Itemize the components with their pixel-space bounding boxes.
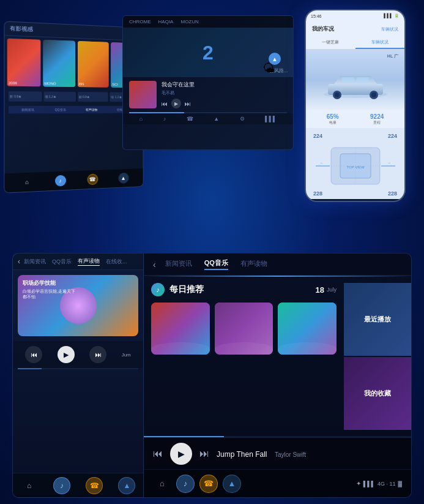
podcast-card[interactable]: 职场必学技能 白领必学语言技能,走遍天下都不怕	[18, 275, 138, 336]
battery-icon: ▓	[398, 481, 402, 487]
main-tab-news[interactable]: 新闻资讯	[165, 259, 192, 269]
nav-tab-haqia[interactable]: HAQIA	[158, 19, 174, 24]
phone-tabs: 一键芝麻 车辆状况	[306, 37, 404, 50]
music-controls: ⏮ ▶ ⏭	[162, 99, 287, 108]
left-screen-title: 有影视感	[10, 24, 33, 34]
bottom-tab-settings[interactable]: ⚙	[240, 116, 245, 122]
map-area: 2 ▲ 台风路... 🌤	[123, 28, 293, 77]
bottom-tab-phone[interactable]: ☎	[187, 116, 193, 122]
car-display: HL 广	[306, 50, 404, 111]
tab-jiema[interactable]: 一键芝麻	[306, 37, 355, 49]
play-btn[interactable]: ▶	[171, 99, 181, 108]
phone-bottom-distances: 224 224 TOP VIEW ← → 228 228	[306, 128, 404, 199]
main-tab-qqmusic[interactable]: QQ音乐	[204, 258, 228, 270]
map-number: 2	[203, 42, 214, 64]
bottom-left-panel: ‹ 新闻资讯 QQ音乐 有声读物 在线收... 职场必学技能 白领必学语言技能,…	[12, 253, 144, 498]
phone-screen: 15:46 ▌▌▌ 🔋 我的车况 车辆状况 一键芝麻 车辆状况 HL 广	[305, 9, 406, 202]
main-nav-btn[interactable]: ▲	[223, 475, 241, 493]
tab-qqmusic[interactable]: QQ音乐	[52, 258, 72, 266]
player-next-btn[interactable]: ⏭	[199, 448, 209, 459]
tab-radio[interactable]: 在线收...	[106, 258, 127, 266]
movie-meta: 剧 0.9★	[77, 92, 108, 102]
home-nav-btn[interactable]: ⌂	[21, 477, 38, 494]
nav-tab-mozun[interactable]: MOZUN	[180, 19, 198, 24]
bottom-tab-home[interactable]: ⌂	[139, 116, 143, 122]
bottom-section: ‹ 新闻资讯 QQ音乐 有声读物 在线收... 职场必学技能 白领必学语言技能,…	[12, 253, 412, 498]
svg-text:TOP VIEW: TOP VIEW	[346, 165, 364, 169]
prev-control[interactable]: ⏮	[25, 346, 42, 363]
phone-icon[interactable]: ☎	[87, 174, 98, 186]
prev-btn[interactable]: ⏮	[162, 100, 168, 107]
tab-audiobook[interactable]: 有声读物	[78, 257, 100, 266]
network-label: 4G · 11	[378, 481, 396, 487]
music-info: 我会守在这里 毛不易 ⏮ ▶ ⏭	[162, 81, 287, 108]
album-card-3[interactable]	[278, 303, 337, 355]
mileage-value: 9224	[370, 113, 384, 120]
podcast-title-overlay: 职场必学技能 白领必学语言技能,走遍天下都不怕	[23, 280, 78, 299]
signal-bars: ▌▌▌	[363, 481, 375, 487]
sidebar-collection[interactable]: 我的收藏	[344, 357, 411, 430]
album-card-1[interactable]	[151, 303, 210, 355]
movie-label: BN	[79, 82, 84, 86]
bottom-nav-text: QQ音乐	[55, 108, 66, 111]
home-icon[interactable]: ⌂	[21, 176, 33, 188]
music-title: 我会守在这里	[162, 81, 287, 89]
podcast-subtitle: 白领必学语言技能,走遍天下都不怕	[23, 288, 78, 299]
top-section: 有影视感 🔍 2006 MONO BN SCI	[0, 6, 424, 214]
music-icon[interactable]: ♪	[54, 175, 65, 187]
main-tab-audiobook[interactable]: 有声读物	[240, 259, 267, 269]
album-art	[129, 81, 157, 108]
sidebar: 最近播放 我的收藏	[344, 277, 411, 436]
next-btn[interactable]: ⏭	[185, 100, 191, 107]
main-call-btn[interactable]: ☎	[199, 475, 218, 493]
tab-status[interactable]: 车辆状况	[355, 37, 405, 49]
bottom-tab-nav[interactable]: ▲	[214, 116, 219, 122]
back-button[interactable]: ‹	[18, 257, 20, 266]
status-bar-right: ✦ ▌▌▌ 4G · 11 ▓	[356, 480, 402, 487]
main-nav-bar: ⌂ ♪ ☎ ▲ ✦ ▌▌▌ 4G · 11 ▓	[144, 469, 411, 497]
middle-screen: CHROME HAQIA MOZUN 2 ▲ 台风路... 🌤 我会守在这里 毛…	[122, 15, 294, 150]
bottom-tab-music[interactable]: ♪	[163, 116, 166, 122]
play-control[interactable]: ▶	[58, 346, 75, 363]
signal-indicator: ▌▌▌	[265, 116, 277, 122]
main-back-button[interactable]: ‹	[153, 260, 156, 269]
album-art-2	[215, 303, 273, 355]
nav-icon[interactable]: ▲	[118, 173, 128, 184]
phone-nav-btn[interactable]: ☎	[86, 477, 103, 494]
player-track-info: Jump Then Fall Taylor Swift	[217, 448, 402, 459]
daily-recommend-header: ♪ 每日推荐 18 July	[151, 283, 337, 296]
player-bar: ⏮ ▶ ⏭ Jump Then Fall Taylor Swift	[144, 437, 411, 469]
music-note-icon: ♪	[151, 283, 165, 296]
main-home-btn[interactable]: ⌂	[153, 475, 171, 493]
phone-subtitle: 车辆状况	[381, 26, 398, 32]
phone-title: 我的车况	[312, 25, 334, 33]
nav-tab-chrome[interactable]: CHROME	[129, 19, 151, 24]
weather-icon: 🌤	[262, 61, 275, 75]
time-display: 15:46	[311, 14, 322, 18]
movie-label: MONO	[45, 81, 56, 85]
car-svg	[319, 67, 392, 100]
music-nav-btn[interactable]: ♪	[53, 477, 70, 494]
sidebar-recent[interactable]: 最近播放	[344, 283, 411, 356]
nav-nav-btn[interactable]: ▲	[118, 477, 135, 494]
album-row	[151, 303, 337, 355]
main-music-btn[interactable]: ♪	[176, 475, 195, 493]
movie-thumb[interactable]: MONO	[43, 40, 76, 87]
player-prev-btn[interactable]: ⏮	[153, 448, 163, 459]
svg-text:←: ←	[320, 161, 324, 165]
player-play-btn[interactable]: ▶	[170, 443, 192, 465]
svg-point-5	[371, 92, 376, 97]
bottom-right-panel: ‹ 新闻资讯 QQ音乐 有声读物 ♪ 每日推荐 18 July	[144, 253, 412, 498]
next-control[interactable]: ⏭	[89, 346, 106, 363]
collection-label: 我的收藏	[364, 389, 391, 398]
movie-thumb[interactable]: 2006	[7, 39, 41, 87]
phone-header: 我的车况 车辆状况	[306, 21, 404, 37]
movie-label: 2006	[9, 81, 17, 85]
player-track-name: Jump Then Fall	[217, 450, 267, 459]
movie-thumb[interactable]: BN	[78, 41, 109, 88]
phone-stats: 65% 电量 9224 里程	[306, 111, 404, 128]
left-screen-nav: ⌂ ♪ ☎ ▲	[4, 168, 143, 193]
album-card-2[interactable]	[215, 303, 273, 355]
tab-news[interactable]: 新闻资讯	[24, 258, 46, 266]
left-controls: ⏮ ▶ ⏭ Jum	[13, 341, 143, 368]
